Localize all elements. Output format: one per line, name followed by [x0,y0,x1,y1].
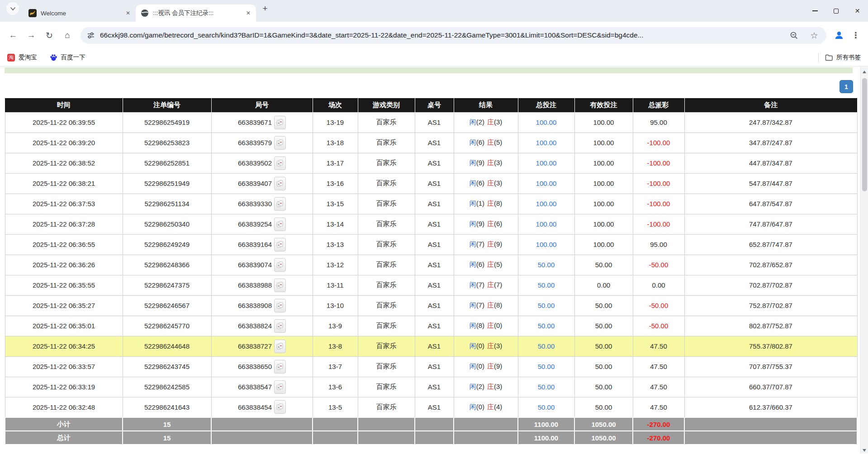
all-bookmarks-button[interactable]: 所有书签 [825,53,861,61]
result-player-score: (9) [476,220,484,227]
result-player-score: (0) [476,403,484,411]
bookmark-taobao[interactable]: 淘 爱淘宝 [7,53,37,61]
tab-welcome[interactable]: Welcome ✕ [24,5,136,22]
tab-close-icon[interactable]: ✕ [124,9,132,17]
result-player-score: (7) [476,281,484,288]
cell-valid-bet: 100.00 [574,132,633,153]
game-result-card-icon[interactable] [274,360,286,374]
cell-table: AS1 [415,153,454,173]
cell-bet-id: 522986245770 [123,316,211,336]
cell-bet-id: 522986254919 [123,112,211,132]
game-result-card-icon[interactable] [274,258,286,272]
cell-total-bet-link[interactable]: 100.00 [536,180,557,187]
cell-note: 647.87/547.87 [684,194,857,214]
cell-total-bet-link[interactable]: 100.00 [536,159,557,167]
minimize-button[interactable] [804,0,825,22]
game-result-card-icon[interactable] [274,156,286,170]
cell-game-type: 百家乐 [358,112,415,132]
game-result-card-icon[interactable] [274,319,286,333]
cell-total-bet-link[interactable]: 50.00 [538,281,555,289]
page-scrollbar[interactable] [860,66,868,454]
home-button[interactable]: ⌂ [59,27,76,44]
tab-search-button[interactable] [6,2,19,15]
cell-total-bet-link[interactable]: 50.00 [538,302,555,309]
cell-payout: -50.00 [633,316,684,336]
cell-game-type: 百家乐 [358,234,415,255]
result-player-label: 闲 [470,403,476,411]
cell-game-type: 百家乐 [358,214,415,234]
cell-bet-id: 522986250340 [123,214,211,234]
result-player-label: 闲 [470,281,476,288]
cell-result: 闲(7)庄(8) [454,295,518,316]
cell-total-bet-link[interactable]: 100.00 [536,118,557,126]
scroll-up-icon[interactable] [863,71,866,73]
scroll-down-icon[interactable] [863,449,866,452]
game-result-card-icon[interactable] [274,340,286,353]
pagination-page-1[interactable]: 1 [840,80,853,93]
forward-button[interactable]: → [23,27,40,44]
scrollbar-thumb[interactable] [862,78,867,191]
cell-result: 闲(2)庄(3) [454,377,518,397]
game-result-card-icon[interactable] [274,238,286,251]
close-button[interactable]: ✕ [847,0,868,22]
table-row: 2025-11-22 06:35:27 522986246567 6638389… [5,295,857,316]
game-result-card-icon[interactable] [274,380,286,394]
game-result-card-icon[interactable] [274,197,286,211]
maximize-button[interactable] [825,0,847,22]
result-banker-score: (4) [494,403,502,411]
cell-valid-bet: 50.00 [574,377,633,397]
grand-total-total-bet: 1100.00 [518,431,574,445]
cell-total-bet-link[interactable]: 50.00 [538,383,555,391]
tab-close-icon[interactable]: ✕ [244,9,252,17]
cell-total-bet-link[interactable]: 50.00 [538,322,555,330]
back-button[interactable]: ← [5,27,22,44]
result-player-label: 闲 [470,322,476,329]
game-result-card-icon[interactable] [274,177,286,190]
bookmark-baidu[interactable]: 百度一下 [50,53,85,61]
bookmark-star-icon[interactable]: ☆ [806,28,822,43]
cell-total-bet-link[interactable]: 50.00 [538,363,555,370]
game-result-card-icon[interactable] [274,279,286,292]
result-player-score: (6) [476,260,484,268]
zoom-out-indicator-icon[interactable] [786,28,802,43]
cell-total-bet-link[interactable]: 50.00 [538,342,555,350]
site-settings-icon[interactable] [87,31,95,39]
game-result-card-icon[interactable] [274,218,286,231]
tab-bet-records[interactable]: :::视讯 会员下注纪录::: ✕ [136,5,256,22]
cell-total-bet-link[interactable]: 50.00 [538,403,555,411]
reload-button[interactable]: ↻ [41,27,58,44]
table-body: 2025-11-22 06:39:55 522986254919 6638396… [5,112,857,417]
cell-total-bet-link[interactable]: 100.00 [536,139,557,147]
game-result-card-icon[interactable] [274,136,286,150]
profile-avatar[interactable] [831,27,847,43]
result-banker-score: (5) [494,138,502,146]
game-result-card-icon[interactable] [274,116,286,129]
cell-session: 13-7 [313,356,358,377]
cell-table: AS1 [415,295,454,316]
cell-bet-id: 522986251949 [123,173,211,194]
cell-session: 13-13 [313,234,358,255]
address-bar[interactable]: 66cxkj98.com/game/betrecord_search/kind3… [81,27,826,44]
cell-session: 13-15 [313,194,358,214]
game-result-card-icon[interactable] [274,400,286,414]
browser-menu-button[interactable]: ⋮ [848,28,863,43]
cell-total-bet-link[interactable]: 100.00 [536,241,557,248]
cell-total-bet-link[interactable]: 100.00 [536,200,557,208]
cell-result: 闲(6)庄(5) [454,132,518,153]
result-banker-score: (8) [494,199,502,207]
result-player-score: (7) [476,240,484,248]
url-text[interactable]: 66cxkj98.com/game/betrecord_search/kind3… [100,31,781,39]
result-player-score: (6) [476,138,484,146]
cell-total-bet-link[interactable]: 50.00 [538,261,555,269]
game-result-card-icon[interactable] [274,299,286,312]
cell-note: 707.87/755.37 [684,356,857,377]
cell-payout: 47.50 [633,356,684,377]
cell-note: 702.87/702.87 [684,275,857,295]
result-player-label: 闲 [470,260,476,268]
new-tab-button[interactable]: + [259,2,271,15]
cell-session: 13-17 [313,153,358,173]
cell-total-bet-link[interactable]: 100.00 [536,220,557,228]
cell-valid-bet: 50.00 [574,397,633,417]
cell-note: 247.87/342.87 [684,112,857,132]
globe-icon [141,9,149,17]
